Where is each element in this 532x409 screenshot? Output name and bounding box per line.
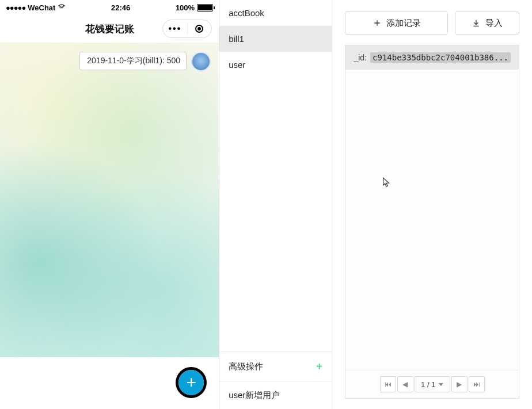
plus-icon <box>373 18 382 28</box>
add-bill-button[interactable]: + <box>178 370 204 395</box>
capsule-menu-button[interactable]: ••• <box>163 24 187 34</box>
bottom-bar: + <box>0 357 219 409</box>
capsule-close-button[interactable] <box>188 25 212 33</box>
chat-area: 2019-11-0-学习(bill1): 500 <box>0 43 219 357</box>
collection-item-bill1[interactable]: bill1 <box>219 26 332 52</box>
collection-item-user[interactable]: user <box>219 52 332 78</box>
advanced-ops-header: 高级操作 + <box>219 351 332 381</box>
add-record-label: 添加记录 <box>386 18 421 29</box>
pager-info[interactable]: 1 / 1 <box>415 376 450 392</box>
wifi-icon <box>58 3 66 13</box>
record-value: c914be335dbbc2c704001b386... <box>370 52 511 63</box>
cursor-icon <box>381 177 392 189</box>
message-row: 2019-11-0-学习(bill1): 500 <box>79 52 211 71</box>
battery-pct: 100% <box>176 3 195 12</box>
signal-area: ●●●●● WeChat <box>6 3 66 13</box>
target-icon <box>195 25 203 33</box>
import-button[interactable]: 导入 <box>455 12 519 35</box>
avatar <box>191 52 211 71</box>
record-list: _id: c914be335dbbc2c704001b386... ⏮ ◀ 1 … <box>345 45 519 399</box>
plus-icon: + <box>186 373 196 392</box>
collection-item-acctbook[interactable]: acctBook <box>219 0 332 26</box>
advanced-op-item[interactable]: user新增用户 <box>219 381 332 409</box>
add-record-button[interactable]: 添加记录 <box>345 12 448 35</box>
record-key: _id: <box>354 53 367 62</box>
battery-area: 100% <box>176 3 213 12</box>
app-title: 花钱要记账 <box>85 22 134 36</box>
ellipsis-icon: ••• <box>168 24 181 34</box>
battery-icon <box>197 4 213 12</box>
pager: ⏮ ◀ 1 / 1 ▶ ⏭ <box>345 370 519 398</box>
record-row[interactable]: _id: c914be335dbbc2c704001b386... <box>345 45 519 70</box>
records-toolbar: 添加记录 导入 <box>345 12 519 35</box>
pager-last-button[interactable]: ⏭ <box>469 376 485 392</box>
clock: 22:46 <box>111 3 130 12</box>
record-blank-area <box>345 70 519 370</box>
spacer <box>219 78 332 351</box>
download-icon <box>472 18 481 28</box>
chevron-down-icon <box>439 383 443 386</box>
records-panel: 添加记录 导入 _id: c914be335dbbc2c704001b386..… <box>332 0 532 409</box>
app-header: 花钱要记账 ••• <box>0 15 219 43</box>
signal-dots-icon: ●●●●● <box>6 3 25 12</box>
import-label: 导入 <box>485 18 503 29</box>
pager-first-button[interactable]: ⏮ <box>380 376 396 392</box>
pager-prev-button[interactable]: ◀ <box>397 376 413 392</box>
status-bar: ●●●●● WeChat 22:46 100% <box>0 0 219 15</box>
pager-info-text: 1 / 1 <box>421 380 435 389</box>
add-advanced-op-button[interactable]: + <box>316 360 323 373</box>
pager-next-button[interactable]: ▶ <box>451 376 468 392</box>
mini-program-capsule: ••• <box>162 20 212 38</box>
message-bubble[interactable]: 2019-11-0-学习(bill1): 500 <box>79 52 187 70</box>
collections-panel: acctBook bill1 user 高级操作 + user新增用户 <box>219 0 332 409</box>
advanced-ops-title: 高级操作 <box>229 361 263 372</box>
carrier-label: WeChat <box>28 3 55 12</box>
phone-simulator: ●●●●● WeChat 22:46 100% 花钱要记账 ••• 2019-1… <box>0 0 219 409</box>
